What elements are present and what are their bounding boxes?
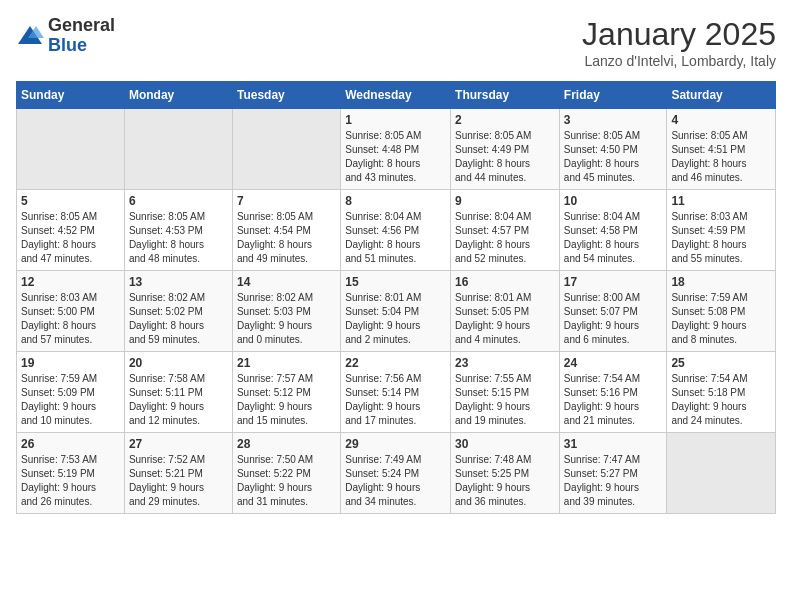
calendar-cell: 9Sunrise: 8:04 AM Sunset: 4:57 PM Daylig…: [451, 190, 560, 271]
day-info: Sunrise: 8:04 AM Sunset: 4:56 PM Dayligh…: [345, 210, 446, 266]
header-thursday: Thursday: [451, 82, 560, 109]
calendar-cell: 11Sunrise: 8:03 AM Sunset: 4:59 PM Dayli…: [667, 190, 776, 271]
calendar-cell: 17Sunrise: 8:00 AM Sunset: 5:07 PM Dayli…: [559, 271, 667, 352]
calendar-cell: 28Sunrise: 7:50 AM Sunset: 5:22 PM Dayli…: [232, 433, 340, 514]
calendar-cell: 14Sunrise: 8:02 AM Sunset: 5:03 PM Dayli…: [232, 271, 340, 352]
calendar-cell: 27Sunrise: 7:52 AM Sunset: 5:21 PM Dayli…: [124, 433, 232, 514]
calendar-table: SundayMondayTuesdayWednesdayThursdayFrid…: [16, 81, 776, 514]
day-number: 13: [129, 275, 228, 289]
day-number: 3: [564, 113, 663, 127]
calendar-cell: 15Sunrise: 8:01 AM Sunset: 5:04 PM Dayli…: [341, 271, 451, 352]
day-info: Sunrise: 8:05 AM Sunset: 4:54 PM Dayligh…: [237, 210, 336, 266]
header-tuesday: Tuesday: [232, 82, 340, 109]
page-header: General Blue January 2025 Lanzo d'Intelv…: [16, 16, 776, 69]
calendar-cell: 31Sunrise: 7:47 AM Sunset: 5:27 PM Dayli…: [559, 433, 667, 514]
title-block: January 2025 Lanzo d'Intelvi, Lombardy, …: [582, 16, 776, 69]
day-info: Sunrise: 8:03 AM Sunset: 5:00 PM Dayligh…: [21, 291, 120, 347]
day-info: Sunrise: 7:55 AM Sunset: 5:15 PM Dayligh…: [455, 372, 555, 428]
day-number: 4: [671, 113, 771, 127]
day-info: Sunrise: 7:54 AM Sunset: 5:16 PM Dayligh…: [564, 372, 663, 428]
day-info: Sunrise: 7:54 AM Sunset: 5:18 PM Dayligh…: [671, 372, 771, 428]
day-info: Sunrise: 8:02 AM Sunset: 5:03 PM Dayligh…: [237, 291, 336, 347]
day-number: 29: [345, 437, 446, 451]
day-info: Sunrise: 7:50 AM Sunset: 5:22 PM Dayligh…: [237, 453, 336, 509]
day-number: 20: [129, 356, 228, 370]
calendar-cell: 25Sunrise: 7:54 AM Sunset: 5:18 PM Dayli…: [667, 352, 776, 433]
day-info: Sunrise: 8:01 AM Sunset: 5:04 PM Dayligh…: [345, 291, 446, 347]
day-number: 22: [345, 356, 446, 370]
logo-icon: [16, 22, 44, 50]
calendar-week-row: 5Sunrise: 8:05 AM Sunset: 4:52 PM Daylig…: [17, 190, 776, 271]
day-number: 5: [21, 194, 120, 208]
calendar-cell: 19Sunrise: 7:59 AM Sunset: 5:09 PM Dayli…: [17, 352, 125, 433]
calendar-cell: 18Sunrise: 7:59 AM Sunset: 5:08 PM Dayli…: [667, 271, 776, 352]
calendar-cell: 13Sunrise: 8:02 AM Sunset: 5:02 PM Dayli…: [124, 271, 232, 352]
day-info: Sunrise: 8:05 AM Sunset: 4:50 PM Dayligh…: [564, 129, 663, 185]
day-info: Sunrise: 8:01 AM Sunset: 5:05 PM Dayligh…: [455, 291, 555, 347]
header-wednesday: Wednesday: [341, 82, 451, 109]
day-number: 6: [129, 194, 228, 208]
header-saturday: Saturday: [667, 82, 776, 109]
calendar-cell: 10Sunrise: 8:04 AM Sunset: 4:58 PM Dayli…: [559, 190, 667, 271]
day-info: Sunrise: 8:02 AM Sunset: 5:02 PM Dayligh…: [129, 291, 228, 347]
day-number: 15: [345, 275, 446, 289]
day-info: Sunrise: 7:59 AM Sunset: 5:08 PM Dayligh…: [671, 291, 771, 347]
calendar-cell: 22Sunrise: 7:56 AM Sunset: 5:14 PM Dayli…: [341, 352, 451, 433]
calendar-cell: 16Sunrise: 8:01 AM Sunset: 5:05 PM Dayli…: [451, 271, 560, 352]
logo-text: General Blue: [48, 16, 115, 56]
day-number: 23: [455, 356, 555, 370]
day-number: 11: [671, 194, 771, 208]
logo-general-text: General: [48, 16, 115, 36]
day-number: 2: [455, 113, 555, 127]
calendar-cell: 1Sunrise: 8:05 AM Sunset: 4:48 PM Daylig…: [341, 109, 451, 190]
day-number: 9: [455, 194, 555, 208]
header-sunday: Sunday: [17, 82, 125, 109]
day-number: 8: [345, 194, 446, 208]
day-number: 19: [21, 356, 120, 370]
day-number: 12: [21, 275, 120, 289]
calendar-cell: 6Sunrise: 8:05 AM Sunset: 4:53 PM Daylig…: [124, 190, 232, 271]
calendar-cell: 30Sunrise: 7:48 AM Sunset: 5:25 PM Dayli…: [451, 433, 560, 514]
calendar-title: January 2025: [582, 16, 776, 53]
calendar-cell: [124, 109, 232, 190]
calendar-header-row: SundayMondayTuesdayWednesdayThursdayFrid…: [17, 82, 776, 109]
calendar-cell: 5Sunrise: 8:05 AM Sunset: 4:52 PM Daylig…: [17, 190, 125, 271]
calendar-week-row: 1Sunrise: 8:05 AM Sunset: 4:48 PM Daylig…: [17, 109, 776, 190]
calendar-cell: [667, 433, 776, 514]
day-info: Sunrise: 8:00 AM Sunset: 5:07 PM Dayligh…: [564, 291, 663, 347]
day-info: Sunrise: 8:05 AM Sunset: 4:51 PM Dayligh…: [671, 129, 771, 185]
calendar-cell: 21Sunrise: 7:57 AM Sunset: 5:12 PM Dayli…: [232, 352, 340, 433]
calendar-week-row: 19Sunrise: 7:59 AM Sunset: 5:09 PM Dayli…: [17, 352, 776, 433]
day-number: 7: [237, 194, 336, 208]
day-number: 27: [129, 437, 228, 451]
day-number: 30: [455, 437, 555, 451]
day-info: Sunrise: 7:49 AM Sunset: 5:24 PM Dayligh…: [345, 453, 446, 509]
day-number: 28: [237, 437, 336, 451]
day-number: 17: [564, 275, 663, 289]
day-number: 21: [237, 356, 336, 370]
day-number: 16: [455, 275, 555, 289]
calendar-cell: 20Sunrise: 7:58 AM Sunset: 5:11 PM Dayli…: [124, 352, 232, 433]
day-info: Sunrise: 7:53 AM Sunset: 5:19 PM Dayligh…: [21, 453, 120, 509]
day-info: Sunrise: 8:03 AM Sunset: 4:59 PM Dayligh…: [671, 210, 771, 266]
calendar-subtitle: Lanzo d'Intelvi, Lombardy, Italy: [582, 53, 776, 69]
day-number: 31: [564, 437, 663, 451]
day-number: 1: [345, 113, 446, 127]
day-info: Sunrise: 8:05 AM Sunset: 4:53 PM Dayligh…: [129, 210, 228, 266]
day-info: Sunrise: 8:04 AM Sunset: 4:57 PM Dayligh…: [455, 210, 555, 266]
day-number: 24: [564, 356, 663, 370]
day-info: Sunrise: 7:56 AM Sunset: 5:14 PM Dayligh…: [345, 372, 446, 428]
header-friday: Friday: [559, 82, 667, 109]
day-info: Sunrise: 7:52 AM Sunset: 5:21 PM Dayligh…: [129, 453, 228, 509]
logo-blue-text: Blue: [48, 36, 115, 56]
calendar-cell: 8Sunrise: 8:04 AM Sunset: 4:56 PM Daylig…: [341, 190, 451, 271]
logo: General Blue: [16, 16, 115, 56]
calendar-cell: 7Sunrise: 8:05 AM Sunset: 4:54 PM Daylig…: [232, 190, 340, 271]
calendar-cell: 2Sunrise: 8:05 AM Sunset: 4:49 PM Daylig…: [451, 109, 560, 190]
day-number: 18: [671, 275, 771, 289]
day-info: Sunrise: 7:57 AM Sunset: 5:12 PM Dayligh…: [237, 372, 336, 428]
day-info: Sunrise: 8:05 AM Sunset: 4:49 PM Dayligh…: [455, 129, 555, 185]
calendar-cell: 4Sunrise: 8:05 AM Sunset: 4:51 PM Daylig…: [667, 109, 776, 190]
calendar-cell: 3Sunrise: 8:05 AM Sunset: 4:50 PM Daylig…: [559, 109, 667, 190]
day-number: 10: [564, 194, 663, 208]
